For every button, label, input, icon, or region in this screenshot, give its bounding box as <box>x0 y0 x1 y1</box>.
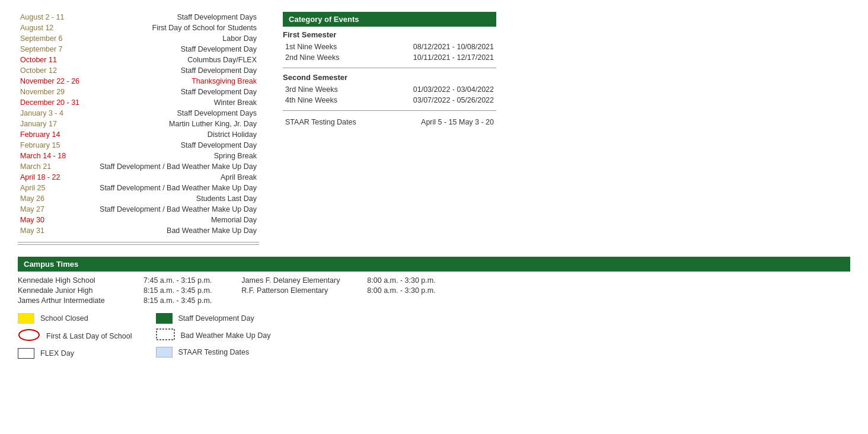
event-name: Staff Development Days <box>97 12 259 23</box>
event-name: April Break <box>97 172 259 183</box>
legend-item-first-last-day: First & Last Day of School <box>18 328 132 343</box>
event-date: May 27 <box>18 204 97 215</box>
table-row: May 27 Staff Development / Bad Weather M… <box>18 204 259 215</box>
event-date: April 25 <box>18 183 97 193</box>
campus-col-left: Kennedale High School 7:45 a.m. - 3:15 p… <box>18 276 212 305</box>
nine-weeks-dates: 01/03/2022 - 03/04/2022 <box>369 84 497 95</box>
event-name: Bad Weather Make Up Day <box>97 225 259 236</box>
table-row: February 14 District Holiday <box>18 129 259 140</box>
legend-item-school-closed: School Closed <box>18 313 132 324</box>
event-name: Staff Development / Bad Weather Make Up … <box>97 204 259 215</box>
event-date: February 14 <box>18 129 97 140</box>
event-date: March 21 <box>18 161 97 172</box>
event-name: Staff Development / Bad Weather Make Up … <box>97 183 259 193</box>
second-semester-title: Second Semester <box>283 73 496 82</box>
event-name: Memorial Day <box>97 215 259 225</box>
staar-dates: April 5 - 15 May 3 - 20 <box>388 116 496 129</box>
divider-row <box>18 236 259 242</box>
divider-row2 <box>18 242 259 245</box>
campus-time: 8:15 a.m. - 3:45 p.m. <box>143 296 212 305</box>
table-row: April 25 Staff Development / Bad Weather… <box>18 183 259 193</box>
calendar-events: August 2 - 11 Staff Development Days Aug… <box>18 12 259 245</box>
flex-box-icon <box>18 348 34 359</box>
event-name: District Holiday <box>97 129 259 140</box>
event-date: January 17 <box>18 119 97 129</box>
event-name: Columbus Day/FLEX <box>97 55 259 65</box>
staar-table: STAAR Testing Dates April 5 - 15 May 3 -… <box>283 116 496 129</box>
table-row: May 30 Memorial Day <box>18 215 259 225</box>
event-date: May 30 <box>18 215 97 225</box>
nine-weeks-label: 4th Nine Weeks <box>283 95 368 106</box>
table-row: August 2 - 11 Staff Development Days <box>18 12 259 23</box>
event-name: Staff Development / Bad Weather Make Up … <box>97 161 259 172</box>
event-date: October 12 <box>18 65 97 76</box>
campus-time: 7:45 a.m. - 3:15 p.m. <box>143 276 212 285</box>
event-date: March 14 - 18 <box>18 151 97 161</box>
legend-col-left: School Closed First & Last Day of School… <box>18 313 132 359</box>
event-date: August 2 - 11 <box>18 12 97 23</box>
campus-line: James Arthur Intermediate 8:15 a.m. - 3:… <box>18 296 212 305</box>
event-date: December 20 - 31 <box>18 97 97 108</box>
table-row: August 12 First Day of School for Studen… <box>18 23 259 33</box>
red-oval-icon <box>18 328 40 343</box>
bottom-section: Campus Times Kennedale High School 7:45 … <box>18 257 850 359</box>
legend-container: School Closed First & Last Day of School… <box>18 313 850 359</box>
table-row: April 18 - 22 April Break <box>18 172 259 183</box>
event-name: Spring Break <box>97 151 259 161</box>
event-date: November 22 - 26 <box>18 76 97 87</box>
table-row: October 11 Columbus Day/FLEX <box>18 55 259 65</box>
table-row: January 3 - 4 Staff Development Days <box>18 108 259 119</box>
campus-time: 8:00 a.m. - 3:30 p.m. <box>367 276 435 285</box>
event-date: May 31 <box>18 225 97 236</box>
nine-weeks-row: 1st Nine Weeks 08/12/2021 - 10/08/2021 <box>283 42 496 52</box>
campus-line: Kennedale Junior High 8:15 a.m. - 3:45 p… <box>18 286 212 295</box>
table-row: October 12 Staff Development Day <box>18 65 259 76</box>
event-name: Students Last Day <box>97 193 259 204</box>
event-date: October 11 <box>18 55 97 65</box>
campus-name: James F. Delaney Elementary <box>241 276 360 285</box>
category-header: Category of Events <box>283 12 496 27</box>
campus-time: 8:00 a.m. - 3:30 p.m. <box>367 286 435 295</box>
svg-point-0 <box>19 330 39 340</box>
legend-item-staff-dev: Staff Development Day <box>156 313 271 324</box>
campus-time: 8:15 a.m. - 3:45 p.m. <box>143 286 212 295</box>
category-panel: Category of Events First Semester 1st Ni… <box>283 12 496 133</box>
table-row: December 20 - 31 Winter Break <box>18 97 259 108</box>
table-row: November 29 Staff Development Day <box>18 87 259 97</box>
staar-divider <box>283 110 496 111</box>
light-blue-icon <box>156 347 173 358</box>
campus-name: R.F. Patterson Elementary <box>241 286 360 295</box>
event-name: Staff Development Day <box>97 65 259 76</box>
nine-weeks-dates: 08/12/2021 - 10/08/2021 <box>370 42 496 52</box>
legend-label-bad-weather: Bad Weather Make Up Day <box>181 331 271 340</box>
main-content: August 2 - 11 Staff Development Days Aug… <box>18 12 850 245</box>
event-date: April 18 - 22 <box>18 172 97 183</box>
event-name: Martin Luther King, Jr. Day <box>97 119 259 129</box>
table-row: May 26 Students Last Day <box>18 193 259 204</box>
campus-times-container: Kennedale High School 7:45 a.m. - 3:15 p… <box>18 276 850 305</box>
event-name: Thanksgiving Break <box>97 76 259 87</box>
campus-line: Kennedale High School 7:45 a.m. - 3:15 p… <box>18 276 212 285</box>
event-date: September 6 <box>18 33 97 44</box>
event-name: First Day of School for Students <box>97 23 259 33</box>
table-row: March 21 Staff Development / Bad Weather… <box>18 161 259 172</box>
event-date: September 7 <box>18 44 97 55</box>
event-date: May 26 <box>18 193 97 204</box>
first-semester-table: 1st Nine Weeks 08/12/2021 - 10/08/2021 2… <box>283 42 496 63</box>
legend-label-first-last-day: First & Last Day of School <box>46 332 132 340</box>
legend-item-staar: STAAR Testing Dates <box>156 347 271 358</box>
table-row: May 31 Bad Weather Make Up Day <box>18 225 259 236</box>
table-row: February 15 Staff Development Day <box>18 140 259 151</box>
first-semester-title: First Semester <box>283 30 496 39</box>
event-name: Staff Development Day <box>97 87 259 97</box>
event-name: Winter Break <box>97 97 259 108</box>
campus-line: James F. Delaney Elementary 8:00 a.m. - … <box>241 276 435 285</box>
campus-col-right: James F. Delaney Elementary 8:00 a.m. - … <box>241 276 435 305</box>
second-semester-table: 3rd Nine Weeks 01/03/2022 - 03/04/2022 4… <box>283 84 496 106</box>
nine-weeks-label: 2nd Nine Weeks <box>283 52 370 63</box>
event-name: Labor Day <box>97 33 259 44</box>
legend-col-right: Staff Development Day Bad Weather Make U… <box>156 313 271 358</box>
legend-label-flex-day: FLEX Day <box>40 349 74 358</box>
events-table: August 2 - 11 Staff Development Days Aug… <box>18 12 259 245</box>
table-row: September 6 Labor Day <box>18 33 259 44</box>
